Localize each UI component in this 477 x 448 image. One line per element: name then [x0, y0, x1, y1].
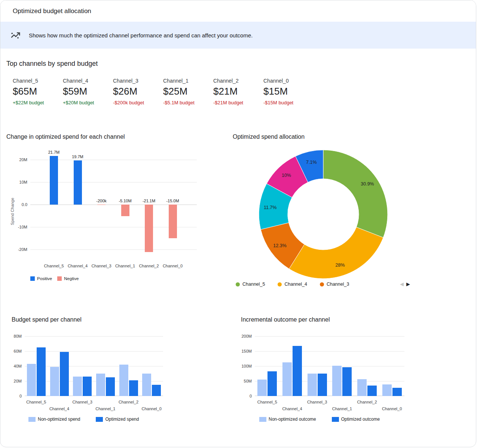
spend-change-chart: Change in optimized spend for each chann…: [6, 134, 223, 294]
x-category-label: Channel_2: [352, 400, 382, 404]
bar: [83, 377, 92, 396]
legend-item: Optimized outcome: [332, 417, 380, 422]
pagination-next-button[interactable]: ▶: [406, 282, 410, 286]
gridline: [255, 351, 404, 352]
bar: [73, 377, 82, 396]
bar: [282, 362, 292, 396]
y-tick-label: 0.0: [9, 202, 27, 207]
legend-item: Positive: [30, 276, 52, 281]
bar: [142, 374, 151, 396]
x-category-label: Channel_4: [65, 264, 90, 268]
legend-dot: [236, 282, 240, 286]
bar: [97, 205, 106, 205]
bar: [169, 205, 177, 238]
y-tick-label: 60M: [3, 349, 22, 353]
page-title: Optimized budget allocation: [13, 7, 91, 15]
bar: [267, 371, 277, 396]
bar-value-label: -21.1M: [138, 199, 160, 203]
incremental-outcome-chart: Incremental outcome per channel 050M100M…: [241, 316, 465, 440]
legend-label: Channel_3: [327, 282, 349, 287]
donut-slice-label: 7.1%: [306, 160, 317, 165]
bar: [318, 374, 327, 396]
bar: [145, 205, 153, 252]
x-category-label: Channel_5: [42, 264, 66, 268]
legend-swatch: [30, 276, 35, 281]
donut-slice-Channel_5: [323, 150, 388, 237]
legend-swatch: [259, 417, 266, 422]
bar: [121, 205, 129, 216]
chart-legend: Channel_5Channel_4Channel_3: [236, 282, 349, 287]
legend-dot: [320, 282, 324, 286]
x-category-label: Channel_3: [67, 400, 97, 404]
bar: [27, 364, 36, 396]
y-axis-title: Spend Change: [10, 198, 15, 225]
plot-area: 050M100M150M200MChannel_5Channel_4Channe…: [255, 336, 404, 396]
donut: 30.9%28%12.3%11.7%10%7.1%: [256, 147, 391, 282]
bar: [74, 160, 82, 205]
y-tick-label: 100M: [233, 364, 252, 368]
legend-item: Optimized spend: [96, 417, 139, 422]
legend-swatch: [57, 276, 62, 281]
bar-value-label: 19.7M: [67, 154, 89, 159]
legend-item: Channel_4: [278, 282, 307, 287]
gridline: [255, 366, 404, 366]
donut-slice-label: 28%: [336, 263, 345, 268]
channel-spend-value: $26M: [113, 86, 163, 97]
gridline: [25, 336, 163, 337]
bar: [96, 374, 105, 396]
bar-value-label: -5.10M: [114, 199, 137, 203]
donut-slice-Channel_4: [289, 227, 383, 279]
x-category-label: Channel_0: [137, 406, 166, 411]
legend-swatch: [96, 417, 103, 422]
chart-title: Optimized spend allocation: [233, 134, 450, 140]
plot-area: 020M40M60M80MChannel_5Channel_4Channel_3…: [25, 336, 163, 396]
x-category-label: Channel_2: [114, 400, 144, 404]
bar: [60, 352, 69, 396]
legend-label: Positive: [37, 276, 52, 281]
pagination-prev-button[interactable]: ◀: [400, 282, 404, 286]
legend-label: Optimized spend: [105, 417, 139, 422]
x-category-label: Channel_1: [113, 264, 138, 268]
info-banner: Shows how much the optimized channel per…: [0, 22, 476, 49]
gridline: [30, 249, 197, 250]
section-title-top-channels: Top channels by spend budget: [6, 60, 98, 68]
chart-title: Change in optimized spend for each chann…: [6, 134, 223, 140]
y-tick-label: -10M: [9, 225, 27, 229]
gridline: [255, 336, 404, 337]
legend-pagination: ◀ ▶: [400, 282, 410, 286]
x-category-label: Channel_5: [252, 400, 282, 404]
y-tick-label: 0: [3, 394, 22, 398]
legend-swatch: [28, 417, 36, 422]
bar: [50, 156, 58, 205]
channel-budget-delta: -$200k budget: [113, 100, 163, 105]
legend-label: Negtive: [64, 276, 79, 281]
legend-item: Non-optimized spend: [28, 417, 80, 422]
spend-allocation-chart: Optimized spend allocation 30.9%28%12.3%…: [233, 134, 450, 294]
channel-name: Channel_4: [63, 78, 113, 84]
x-category-label: Channel_1: [327, 406, 357, 411]
banner-text: Shows how much the optimized channel per…: [29, 32, 253, 39]
y-tick-label: 10M: [9, 180, 27, 184]
channel-budget-delta: +$20M budget: [63, 100, 113, 105]
channel-card: Channel_2$21M-$21M budget: [213, 78, 263, 105]
channel-spend-value: $15M: [263, 86, 314, 97]
budget-spend-chart: Budget spend per channel 020M40M60M80MCh…: [12, 316, 229, 440]
bar: [257, 380, 267, 396]
bar: [342, 367, 352, 396]
x-category-label: Channel_1: [91, 406, 120, 411]
bar: [129, 380, 138, 396]
gridline: [255, 381, 404, 381]
y-tick-label: 50M: [233, 379, 252, 383]
y-tick-label: 40M: [3, 364, 22, 368]
channel-name: Channel_0: [263, 78, 314, 84]
channel-budget-delta: +$22M budget: [13, 100, 63, 105]
bar: [308, 374, 317, 396]
bar-value-label: -200k: [90, 199, 113, 203]
channel-spend-value: $21M: [213, 86, 263, 97]
y-tick-label: 20M: [9, 157, 27, 162]
legend-label: Non-optimized spend: [38, 417, 80, 422]
x-category-label: Channel_3: [302, 400, 332, 404]
bar: [106, 377, 115, 396]
bar: [332, 366, 342, 396]
bar: [382, 384, 392, 396]
